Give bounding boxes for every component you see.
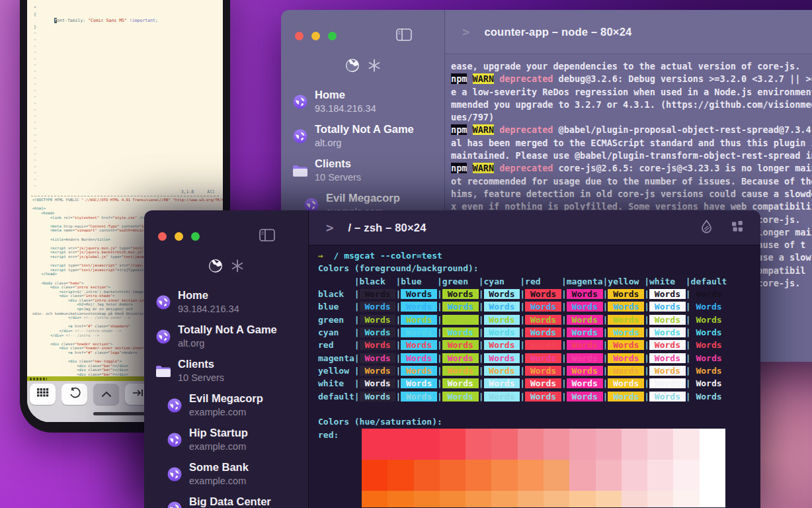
asterisk-icon[interactable] <box>231 259 244 275</box>
globe-icon[interactable] <box>345 58 360 75</box>
terminal-window-zsh[interactable]: Home93.184.216.34Totally Not A Gamealt.o… <box>144 210 760 508</box>
sidebar-toggle-icon[interactable] <box>259 229 275 244</box>
zoom-button[interactable] <box>328 32 337 40</box>
terminal-pane: > / – zsh – 80×24 → / msgcat --color=tes… <box>308 210 760 508</box>
undo-icon <box>69 387 81 402</box>
globe-icon <box>167 433 183 447</box>
titlebar[interactable]: > counter-app – node – 80×24 <box>445 10 812 54</box>
chevron-up-button[interactable] <box>93 384 119 405</box>
keyboard-grid-button[interactable] <box>30 384 56 405</box>
asterisk-icon[interactable] <box>368 59 381 75</box>
window-title: counter-app – node – 80×24 <box>484 26 631 38</box>
vim-window-separator <box>31 196 219 196</box>
globe-icon <box>155 329 171 344</box>
close-button[interactable] <box>158 232 167 241</box>
folder-icon <box>155 365 171 378</box>
server-item-home[interactable]: Home93.184.216.34 <box>281 85 444 119</box>
globe-icon <box>167 501 183 508</box>
minimize-button[interactable] <box>311 32 320 40</box>
vim-cursor-position: 3,1-8 <box>181 189 194 194</box>
server-item-clients[interactable]: Clients10 Servers <box>281 153 444 188</box>
server-item-some-bank[interactable]: Some Bankexample.com <box>144 457 308 491</box>
server-item-totally-not-a-game[interactable]: Totally Not A Gamealt.org <box>144 319 308 354</box>
prompt-chevron-icon: > <box>445 24 484 39</box>
server-item-big-data-center[interactable]: Big Data Centerexample.com <box>144 491 308 508</box>
server-item-totally-not-a-game[interactable]: Totally Not A Gamealt.org <box>281 119 444 153</box>
titlebar[interactable]: > / – zsh – 80×24 <box>309 210 760 245</box>
prompt-chevron-icon: > <box>309 220 348 235</box>
vim-ruler: 3,1-8 All <box>27 189 223 195</box>
zoom-button[interactable] <box>191 232 200 241</box>
server-sidebar: Home93.184.216.34Totally Not A Gamealt.o… <box>144 210 308 508</box>
server-item-evil-megacorp[interactable]: Evil Megacorpexample.com <box>144 388 308 423</box>
server-item-hip-startup[interactable]: Hip Startupexample.com <box>144 423 308 457</box>
globe-icon[interactable] <box>208 259 223 276</box>
chevron-up-icon <box>101 388 112 400</box>
server-item-clients[interactable]: Clients10 Servers <box>144 354 308 388</box>
desktop: { "desktop": {"wallpaper_colors": ["#c06… <box>0 0 812 508</box>
vim-css-window: *{ font-family: "Comic Sans MS" !importa… <box>27 0 223 189</box>
hue-saturation-swatch-grid <box>362 429 725 507</box>
undo-button[interactable] <box>61 384 87 405</box>
folder-icon <box>292 165 308 177</box>
keyboard-grid-icon <box>37 388 49 400</box>
globe-icon <box>167 398 183 413</box>
server-list: Home93.184.216.34Totally Not A Gamealt.o… <box>144 285 308 508</box>
globe-icon <box>155 295 171 310</box>
tab-key-icon <box>132 388 144 400</box>
sidebar-toggle-icon[interactable] <box>396 28 412 44</box>
close-button[interactable] <box>295 32 304 40</box>
four-panes-icon[interactable] <box>731 220 743 235</box>
server-item-home[interactable]: Home93.184.216.34 <box>144 285 308 319</box>
globe-icon <box>292 95 308 109</box>
ink-drop-icon[interactable] <box>700 220 713 236</box>
terminal-output[interactable]: → / msgcat --color=testColors (foregroun… <box>309 245 760 507</box>
window-title: / – zsh – 80×24 <box>348 222 426 234</box>
globe-icon <box>167 467 183 482</box>
globe-icon <box>292 129 308 144</box>
vim-scroll-position: All <box>207 189 215 194</box>
minimize-button[interactable] <box>175 232 183 241</box>
